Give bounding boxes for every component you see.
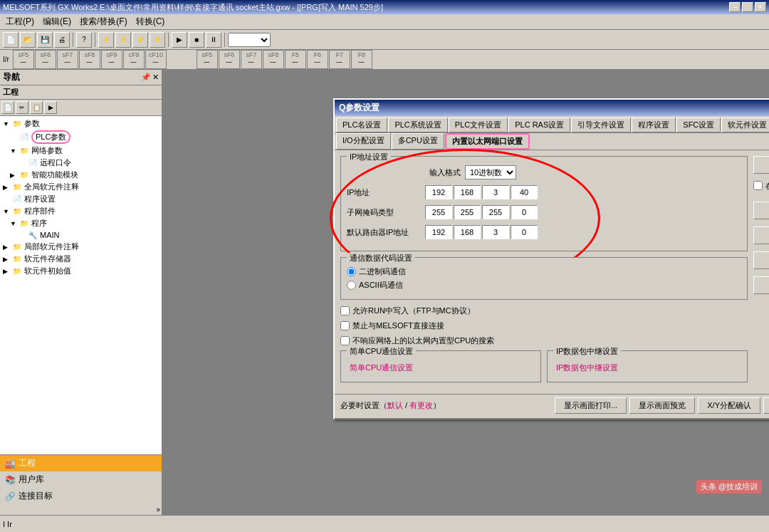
nav-tool1[interactable]: 📄: [1, 101, 14, 114]
nav-tab-connection[interactable]: 🔗 连接目标: [0, 488, 162, 504]
tab-softdev[interactable]: 软元件设置: [721, 118, 769, 132]
fkey-f9[interactable]: sF9一: [101, 50, 122, 69]
fkey-f5[interactable]: sF5一: [13, 50, 34, 69]
menu-project[interactable]: 工程(P): [1, 14, 38, 29]
gateway-octet-3[interactable]: [482, 225, 509, 239]
nav-tool3[interactable]: 📋: [30, 101, 43, 114]
tree-item-global[interactable]: ▶ 📁 全局软元件注释: [1, 181, 160, 193]
ip-octet-3[interactable]: [482, 185, 509, 199]
subnet-octet-4[interactable]: [511, 205, 538, 219]
tab-plcfile[interactable]: PLC文件设置: [449, 118, 508, 132]
tree-item-progsetting[interactable]: 📄 程序设置: [1, 193, 160, 205]
tree-item-smart[interactable]: ▶ 📁 智能功能模块: [1, 169, 160, 181]
tool5[interactable]: ⚡: [132, 32, 148, 48]
tool9[interactable]: ⏸: [206, 32, 221, 48]
subnet-octet-1[interactable]: [425, 205, 452, 219]
fkey2-f5[interactable]: sF5一: [197, 50, 218, 69]
menu-edit[interactable]: 编辑(E): [38, 14, 75, 29]
ip-relay-btn[interactable]: IP数据包中继设置: [553, 360, 621, 376]
nav-expand-icon[interactable]: »: [156, 506, 160, 513]
tool3[interactable]: ⚡: [98, 32, 114, 48]
tab-progsetting[interactable]: 程序设置: [632, 118, 676, 132]
fkey-f7[interactable]: sF7一: [57, 50, 78, 69]
nav-tab-project[interactable]: 🏭 工程: [0, 455, 162, 471]
format-select[interactable]: 10进制数 16进制数: [465, 165, 516, 179]
time-settings-btn[interactable]: 时间设置: [753, 226, 769, 244]
open-btn[interactable]: 📂: [20, 32, 36, 48]
print-btn[interactable]: 🖨: [54, 32, 70, 48]
subnet-octet-2[interactable]: [454, 205, 481, 219]
help-btn[interactable]: ?: [76, 32, 92, 48]
fkey-cf10[interactable]: cF10一: [145, 50, 167, 69]
print-screen-btn[interactable]: 显示画面打印...: [555, 397, 627, 414]
gateway-octet-1[interactable]: [425, 225, 452, 239]
fkey2-f6[interactable]: sF6一: [219, 50, 240, 69]
maximize-button[interactable]: □: [742, 2, 753, 12]
fkey2-f7b[interactable]: F7一: [329, 50, 350, 69]
open-settings-btn[interactable]: 打开设置: [753, 156, 769, 174]
tree-item-main[interactable]: 🔧 MAIN: [1, 229, 160, 241]
ftp-settings-btn[interactable]: FTP设置: [753, 202, 769, 219]
ip-octet-1[interactable]: [425, 185, 452, 199]
ip-octet-4[interactable]: [511, 185, 538, 199]
radio-ascii-input[interactable]: [347, 281, 356, 290]
check-melsoft[interactable]: 禁止与MELSOFT直接连接: [340, 320, 748, 331]
check-network-search-input[interactable]: [340, 336, 350, 345]
tree-item-devinit[interactable]: ▶ 📁 软元件初始值: [1, 265, 160, 277]
fkey-cf9[interactable]: cF9一: [123, 50, 145, 69]
tree-item-localcomment[interactable]: ▶ 📁 局部软元件注释: [1, 241, 160, 253]
tree-item-program[interactable]: ▼ 📁 程序: [1, 217, 160, 229]
ethernet-config-checkbox[interactable]: [753, 181, 763, 190]
tool6[interactable]: ⚡: [150, 32, 165, 48]
default-btn[interactable]: 默认: [763, 397, 769, 414]
tree-item-params[interactable]: ▼ 📁 参数: [1, 118, 160, 130]
cclink-btn[interactable]: CC-Link IEF Basic设置: [753, 276, 769, 294]
tab-plcras[interactable]: PLC RAS设置: [508, 118, 570, 132]
save-btn[interactable]: 💾: [37, 32, 53, 48]
fkey2-f8[interactable]: sF8一: [263, 50, 284, 69]
check-run-write[interactable]: 允许RUN中写入（FTP与MC协议）: [340, 306, 748, 316]
minimize-button[interactable]: ─: [729, 2, 741, 12]
tool8[interactable]: ■: [189, 32, 204, 48]
nav-pin-btn[interactable]: 📌: [141, 73, 151, 82]
tab-ethernet[interactable]: 内置以太网端口设置: [445, 133, 530, 150]
nav-close-btn[interactable]: ✕: [152, 73, 159, 82]
melsoft-extend-btn[interactable]: MELSOFT连接扩展设置: [753, 251, 769, 269]
fkey2-f6b[interactable]: F6一: [307, 50, 328, 69]
preview-btn[interactable]: 显示画面预览: [629, 397, 695, 414]
tree-item-plcparams[interactable]: 📄 PLC参数: [1, 130, 160, 145]
check-network-search[interactable]: 不响应网络上的以太网内置型CPU的搜索: [340, 335, 748, 346]
fkey-f8[interactable]: sF8一: [79, 50, 100, 69]
radio-ascii[interactable]: ASCII码通信: [347, 280, 741, 291]
close-button[interactable]: ✕: [755, 2, 766, 12]
toolbar-dropdown[interactable]: [228, 33, 271, 47]
tool4[interactable]: ⚡: [115, 32, 131, 48]
tree-item-remote[interactable]: 📄 远程口令: [1, 157, 160, 169]
new-btn[interactable]: 📄: [3, 32, 19, 48]
check-run-write-input[interactable]: [340, 306, 350, 315]
fkey2-f7[interactable]: sF7一: [241, 50, 262, 69]
radio-binary-input[interactable]: [347, 267, 356, 276]
xy-confirm-btn[interactable]: X/Y分配确认: [698, 397, 760, 414]
tree-item-devstorage[interactable]: ▶ 📁 软元件存储器: [1, 253, 160, 265]
nav-tab-library[interactable]: 📚 用户库: [0, 471, 162, 488]
tab-io[interactable]: I/O分配设置: [336, 133, 391, 150]
fkey2-f8b[interactable]: F8一: [351, 50, 372, 69]
tool7[interactable]: ▶: [172, 32, 187, 48]
tree-item-network[interactable]: ▼ 📁 网络参数: [1, 145, 160, 157]
footer-changed-link[interactable]: 有更改: [409, 401, 433, 410]
simple-cpu-btn[interactable]: 简单CPU通信设置: [347, 360, 416, 376]
footer-default-link[interactable]: 默认: [387, 401, 403, 410]
gateway-octet-2[interactable]: [454, 225, 481, 239]
subnet-octet-3[interactable]: [482, 205, 509, 219]
tab-sfc[interactable]: SFC设置: [676, 118, 721, 132]
nav-tool2[interactable]: ✏: [16, 101, 28, 114]
ip-octet-2[interactable]: [454, 185, 481, 199]
check-melsoft-input[interactable]: [340, 321, 350, 330]
tab-plcsystem[interactable]: PLC系统设置: [388, 118, 447, 132]
fkey-f6[interactable]: sF6一: [35, 50, 56, 69]
tab-plcname[interactable]: PLC名设置: [336, 118, 387, 132]
tree-item-progparts[interactable]: ▼ 📁 程序部件: [1, 205, 160, 217]
radio-binary[interactable]: 二进制码通信: [347, 266, 741, 277]
gateway-octet-4[interactable]: [511, 225, 538, 239]
